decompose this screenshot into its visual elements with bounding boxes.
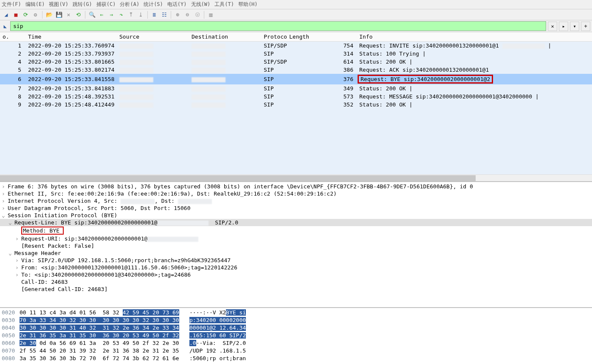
display-filter-input[interactable] [10, 21, 546, 31]
filter-add-button[interactable]: + [581, 22, 590, 31]
hex-offset: 0040 [2, 324, 20, 332]
goto-packet-button[interactable]: ↷ [117, 10, 126, 19]
tree-resent[interactable]: [Resent Packet: False] [0, 242, 592, 249]
hex-ascii: p:340200 00002000 [189, 316, 246, 324]
goto-last-button[interactable]: ⤓ [136, 10, 145, 19]
find-button[interactable]: 🔍 [87, 10, 96, 19]
expand-toggle-icon[interactable]: › [2, 183, 8, 190]
packet-row[interactable]: 92022-09-20 15:25:48.412449SIP352Status:… [0, 101, 592, 109]
cell-no: 2 [0, 50, 25, 58]
cell-destination [189, 50, 261, 58]
expand-toggle-icon[interactable]: › [15, 272, 21, 278]
menu-help[interactable]: 帮助(H) [238, 1, 258, 8]
col-header-info[interactable]: Info [357, 32, 592, 42]
tree-to[interactable]: ›To: <sip:34020000002000000001@340200000… [0, 271, 592, 278]
tree-gen-call-id[interactable]: [Generated Call-ID: 24683] [0, 286, 592, 293]
packet-row[interactable]: 72022-09-20 15:25:33.841883SIP349Status:… [0, 84, 592, 92]
resize-columns-button[interactable]: ▥ [206, 10, 215, 19]
collapse-toggle-icon[interactable]: ⌄ [2, 212, 8, 218]
open-file-button[interactable]: 📂 [45, 10, 54, 19]
expand-toggle-icon[interactable]: › [2, 198, 8, 204]
tree-call-id[interactable]: Call-ID: 24683 [0, 278, 592, 286]
col-header-time[interactable]: Time [25, 32, 117, 42]
menu-edit[interactable]: 编辑(E) [25, 1, 45, 8]
tree-sip[interactable]: ⌄Session Initiation Protocol (BYE) [0, 212, 592, 219]
packet-bytes-pane[interactable]: 002000 11 13 c4 3a d4 01 56 58 32 42 59 … [0, 308, 592, 364]
start-capture-button[interactable]: ◢ [2, 10, 11, 19]
capture-options-button[interactable]: ⚙ [31, 10, 40, 19]
col-header-source[interactable]: Source [117, 32, 189, 42]
col-header-destination[interactable]: Destination [189, 32, 261, 42]
hex-row[interactable]: 00702f 55 44 50 20 31 39 32 2e 31 36 38 … [2, 347, 592, 355]
packet-row[interactable]: 52022-09-20 15:25:33.802174SIP386Request… [0, 66, 592, 74]
menu-analyze[interactable]: 分析(A) [120, 1, 139, 8]
tree-udp[interactable]: ›User Datagram Protocol, Src Port: 5060,… [0, 204, 592, 212]
hex-row[interactable]: 004030 30 30 30 30 31 40 32 31 32 2e 36 … [2, 324, 592, 332]
filter-history-button[interactable]: ▾ [570, 22, 579, 31]
tree-request-uri[interactable]: ›Request-URI: sip:34020000002000000001@ [0, 235, 592, 242]
menu-tools[interactable]: 工具(T) [214, 1, 234, 8]
expand-toggle-icon[interactable]: › [2, 205, 8, 211]
hex-row[interactable]: 00803a 35 30 36 30 3b 72 70 6f 72 74 3b … [2, 355, 592, 362]
packet-row[interactable]: 12022-09-20 15:25:33.760974SIP/SDP754Req… [0, 42, 592, 50]
menu-statistics[interactable]: 统计(S) [144, 1, 163, 8]
scrollbar-thumb[interactable] [0, 175, 476, 181]
menu-view[interactable]: 视图(V) [49, 1, 68, 8]
packet-row[interactable]: 42022-09-20 15:25:33.801665SIP/SDP614Sta… [0, 58, 592, 66]
packet-row[interactable]: 22022-09-20 15:25:33.793937SIP314Status:… [0, 50, 592, 58]
zoom-out-button[interactable]: ⊖ [183, 10, 192, 19]
cell-source [117, 50, 189, 58]
filter-clear-button[interactable]: ✕ [548, 22, 557, 31]
expand-toggle-icon[interactable]: › [2, 190, 8, 197]
tree-ip[interactable]: ›Internet Protocol Version 4, Src: , Dst… [0, 197, 592, 204]
tree-ethernet[interactable]: ›Ethernet II, Src: fe:ee:00:2e:16:9a (fe… [0, 190, 592, 197]
col-header-protocol[interactable]: Protocol [261, 32, 287, 42]
close-file-button[interactable]: ✕ [64, 10, 73, 19]
tree-message-header[interactable]: ⌄Message Header [0, 249, 592, 257]
hex-row[interactable]: 00502e 31 36 35 3a 31 35 30 36 30 20 53 … [2, 332, 592, 339]
col-header-length[interactable]: Length [287, 32, 357, 42]
menu-telephony[interactable]: 电话(Y) [167, 1, 187, 8]
colorize-button[interactable]: ☷ [160, 10, 169, 19]
expand-toggle-icon[interactable]: › [15, 257, 21, 263]
collapse-toggle-icon[interactable]: ⌄ [8, 250, 14, 256]
menu-wireless[interactable]: 无线(W) [191, 1, 211, 8]
hex-row[interactable]: 003070 3a 33 34 30 32 30 30 30 30 30 30 … [2, 316, 592, 324]
reload-button[interactable]: ⟲ [74, 10, 83, 19]
filter-apply-button[interactable]: ▸ [559, 22, 568, 31]
expand-toggle-icon[interactable]: › [15, 264, 21, 271]
menu-file[interactable]: 文件(F) [2, 1, 21, 8]
goto-icon: ↷ [120, 11, 123, 18]
restart-capture-button[interactable]: ⟳ [21, 10, 30, 19]
cell-time: 2022-09-20 15:25:48.392531 [25, 92, 117, 101]
save-file-button[interactable]: 💾 [54, 10, 63, 19]
hex-row[interactable]: 002000 11 13 c4 3a d4 01 56 58 32 42 59 … [2, 309, 592, 316]
hex-row[interactable]: 00602e 30 0d 0a 56 69 61 3a 20 53 49 50 … [2, 339, 592, 347]
prev-button[interactable]: ⇐ [97, 10, 106, 19]
toolbar-separator [204, 11, 204, 19]
packet-row[interactable]: 82022-09-20 15:25:48.392531SIP573Request… [0, 92, 592, 101]
collapse-toggle-icon[interactable]: ⌄ [8, 219, 14, 226]
cell-destination [189, 66, 261, 74]
autoscroll-icon: ≣ [153, 11, 156, 18]
expand-toggle-icon[interactable]: › [15, 235, 21, 242]
packet-list-pane[interactable]: o. Time Source Destination Protocol Leng… [0, 32, 592, 182]
next-button[interactable]: ⇒ [107, 10, 116, 19]
tree-frame[interactable]: ›Frame 6: 376 bytes on wire (3008 bits),… [0, 183, 592, 190]
bookmark-icon[interactable]: ◣ [2, 23, 8, 29]
menu-capture[interactable]: 捕获(C) [96, 1, 116, 8]
stop-capture-button[interactable]: ■ [11, 10, 20, 19]
autoscroll-button[interactable]: ≣ [150, 10, 159, 19]
packet-row[interactable]: 62022-09-20 15:25:33.841558SIP376Request… [0, 74, 592, 84]
tree-method[interactable]: Method: BYE [0, 226, 592, 235]
packet-details-pane[interactable]: ›Frame 6: 376 bytes on wire (3008 bits),… [0, 182, 592, 308]
goto-first-button[interactable]: ⤒ [127, 10, 135, 19]
zoom-reset-button[interactable]: ⦾ [193, 10, 202, 19]
tree-request-line[interactable]: ⌄Request-Line: BYE sip:34020000002000000… [0, 219, 592, 226]
col-header-no[interactable]: o. [0, 32, 25, 42]
zoom-in-button[interactable]: ⊕ [173, 10, 182, 19]
horizontal-scrollbar[interactable] [0, 174, 592, 181]
tree-via[interactable]: ›Via: SIP/2.0/UDP 192.168.1.5:5060;rport… [0, 257, 592, 264]
menu-goto[interactable]: 跳转(G) [73, 1, 92, 8]
tree-from[interactable]: ›From: <sip:34020000001320000001@111.16.… [0, 264, 592, 271]
